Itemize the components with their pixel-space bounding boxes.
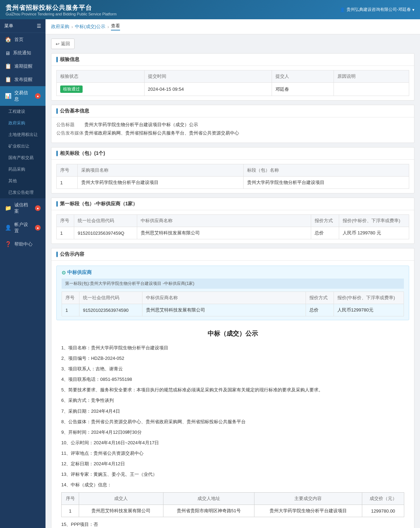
sup-no: 1 <box>57 227 74 239</box>
supplier-title: 第一标段（包）-中标供应商（1家） <box>51 198 414 210</box>
related-section: 相关标段（包）(1个) 序号 采购项目名称 标段（包）名称 1 <box>51 147 414 193</box>
deal-row: 1 贵州思艾特科技发展有限公司 贵州省贵阳市南明区神奇路51号 贵州大学药学院生… <box>62 505 404 517</box>
sidebar-item-publish[interactable]: 📋 发布提醒 <box>0 73 46 86</box>
notice-item-7: 7、采购日期：2024年4月4日 <box>61 407 404 415</box>
notice-item-5: 5、简要技术要求、服务和安全要求：本项目执行的规范或标准必须满足采购文件及国家有… <box>61 386 404 394</box>
sidebar-item-account[interactable]: 👤 帐户设置 ● <box>0 218 46 238</box>
notice-title: 公告示内容 <box>51 248 414 261</box>
trade-icon: 📊 <box>5 93 12 99</box>
announcement-title-value: 贵州大学药学院生物分析平台建设项目中标（成交）公示 <box>84 122 198 128</box>
back-button[interactable]: ↩ 返回 <box>51 39 75 49</box>
dropdown-icon[interactable]: ▾ <box>412 7 414 12</box>
ns-name: 贵州思艾特科技发展有限公司 <box>142 304 306 316</box>
site-subtitle: GuiZhou Province Tendering and Bidding P… <box>6 12 117 16</box>
notice-section: 公告示内容 ⊙ 中标供应商 第一标段(包):贵州大学药学院生物分析平台建设项目 … <box>51 248 414 528</box>
sidebar-sub-mining[interactable]: 矿业权出让 <box>0 140 46 152</box>
ns-col-price: 报价(中标价、下浮率或费率) <box>334 292 404 304</box>
back-icon: ↩ <box>56 41 59 47</box>
basic-info-title: 公告基本信息 <box>51 105 414 117</box>
media-row: 公告发布媒体 贵州省政府采购网、贵州省招标投标公共服务平台、贵州省公共资源交易中… <box>56 130 409 136</box>
verify-col-person: 提交人 <box>272 70 334 83</box>
supplier-col-price-type: 报价方式 <box>311 215 339 227</box>
supplier-table: 序号 统一社会信用代码 中标供应商名称 报价方式 报价(中标价、下浮率或费率) … <box>56 214 409 239</box>
notice-item-2: 2、项目编号：HDZB-2024-052 <box>61 355 404 362</box>
notice-supplier-table: 序号 统一社会信用代码 中标供应商名称 报价方式 报价(中标价、下浮率或费率) … <box>62 292 404 316</box>
notice-item-11: 11、评审地点：贵州省公共资源交易中心 <box>61 450 404 457</box>
sidebar-item-trade[interactable]: 📊 交易信息 ● <box>0 86 46 106</box>
sidebar-sub-medicine[interactable]: 药品采购 <box>0 164 46 175</box>
breadcrumb: 政府采购 › 中标(成交)公示 › 查看 <box>46 19 420 34</box>
user-name: 贵州弘典建设咨询有限公司-邓廷春 <box>346 7 411 13</box>
sidebar-item-credit[interactable]: 📁 诚信档案 ● <box>0 198 46 218</box>
sidebar-menu-header: 菜单 ☰ <box>0 19 46 33</box>
page-content: ↩ 返回 核验信息 核验状态 提交时间 提交人 原因说明 <box>46 34 420 528</box>
announcement-title-label: 公告标题 <box>56 122 84 128</box>
supplier-col-code: 统一社会信用代码 <box>74 215 137 227</box>
sidebar-sub-gov-purchase[interactable]: 政府采购 <box>0 117 46 129</box>
verify-section: 核验信息 核验状态 提交时间 提交人 原因说明 <box>51 53 414 101</box>
notice-item-6: 6、采购方式：竞争性谈判 <box>61 397 404 404</box>
notice-body: ⊙ 中标供应商 第一标段(包):贵州大学药学院生物分析平台建设项目 -中标供应商… <box>51 261 414 528</box>
breadcrumb-sep2: › <box>107 24 109 29</box>
page-header: 贵州省招标投标公共服务平台 GuiZhou Province Tendering… <box>0 0 420 19</box>
sidebar-sub-published[interactable]: 已发公告处理 <box>0 187 46 198</box>
ns-price: 人民币1299780元 <box>334 304 404 316</box>
breadcrumb-win-bid[interactable]: 中标(成交)公示 <box>75 23 105 30</box>
menu-toggle-icon[interactable]: ☰ <box>37 23 41 29</box>
notice-supplier-subtitle: 第一标段(包):贵州大学药学院生物分析平台建设项目 -中标供应商(1家) <box>62 279 404 289</box>
related-body: 序号 采购项目名称 标段（包）名称 1 贵州大学药学院生物分析平台建设项目 贵州… <box>51 160 414 193</box>
deal-no: 1 <box>62 505 79 517</box>
sup-code: 91520102356397459Q <box>74 227 137 239</box>
sidebar-item-overdue[interactable]: 📋 逾期提醒 <box>0 60 46 73</box>
sidebar-item-home[interactable]: 🏠 首页 <box>0 33 46 46</box>
supplier-row: 1 91520102356397459Q 贵州思艾特科技发展有限公司 总价 人民… <box>57 227 409 239</box>
notice-item-13: 13、评标专家：黄婉玉、姜小见、王一（业代） <box>61 471 404 478</box>
sidebar-sub-engineering[interactable]: 工程建设 <box>0 106 46 117</box>
deal-col-content: 主要成交内容 <box>254 493 362 505</box>
sidebar-item-help[interactable]: ❓ 帮助中心 <box>0 238 46 251</box>
supplier-col-price: 报价(中标价、下浮率或费率) <box>339 215 409 227</box>
notice-main-title: 中标（成交）公示 <box>61 329 404 338</box>
deal-col-dealer: 成交人 <box>79 493 163 505</box>
ns-col-name: 中标供应商名称 <box>142 292 306 304</box>
sidebar-trade-label: 交易信息 <box>14 90 32 102</box>
breadcrumb-gov-purchase[interactable]: 政府采购 <box>51 23 69 30</box>
verify-person: 邓廷春 <box>272 83 334 96</box>
ns-price-type: 总价 <box>306 304 334 316</box>
verify-time: 2024-04-15 09:54 <box>144 83 272 96</box>
header-branding: 贵州省招标投标公共服务平台 GuiZhou Province Tendering… <box>6 4 117 16</box>
sidebar-sub-section: 工程建设 政府采购 土地使用权出让 矿业权出让 国有产权交易 药品采购 其他 已… <box>0 106 46 198</box>
sidebar-sub-other[interactable]: 其他 <box>0 175 46 187</box>
notice-item-4: 4、项目联系电话：0851-85755198 <box>61 376 404 383</box>
supplier-col-no: 序号 <box>57 215 74 227</box>
verify-reason <box>334 83 409 96</box>
related-segment: 贵州大学药学院生物分析平台建设项目 <box>243 177 409 189</box>
verify-body: 核验状态 提交时间 提交人 原因说明 核验通过 2024 <box>51 66 414 100</box>
ns-row: 1 915201023563974590 贵州思艾特科技发展有限公司 总价 人民… <box>62 304 404 316</box>
back-label: 返回 <box>61 41 70 47</box>
credit-badge: ● <box>35 205 41 211</box>
user-icon: 👤 <box>340 7 345 12</box>
header-user-area: 👤 贵州弘典建设咨询有限公司-邓廷春 ▾ <box>340 7 414 13</box>
site-title: 贵州省招标投标公共服务平台 <box>6 4 117 12</box>
sidebar-sub-land[interactable]: 土地使用权出让 <box>0 129 46 140</box>
sidebar-credit-label: 诚信档案 <box>14 202 32 214</box>
sup-price-type: 总价 <box>311 227 339 239</box>
verify-title: 核验信息 <box>51 54 414 66</box>
verify-col-status: 核验状态 <box>57 70 145 83</box>
help-icon: ❓ <box>5 241 12 247</box>
menu-label: 菜单 <box>4 23 13 29</box>
ns-no: 1 <box>62 304 79 316</box>
trade-badge: ● <box>35 93 41 99</box>
deal-col-price: 成交价（元） <box>362 493 404 505</box>
sidebar-sub-state-assets[interactable]: 国有产权交易 <box>0 152 46 164</box>
breadcrumb-sep1: › <box>71 24 73 29</box>
sidebar-item-notification[interactable]: 🖥 系统通知 <box>0 46 46 60</box>
sidebar-help-label: 帮助中心 <box>14 241 33 247</box>
ns-code: 915201023563974590 <box>79 304 142 316</box>
account-badge: ● <box>35 225 41 231</box>
deal-content: 贵州大学药学院生物分析平台建设项目 <box>254 505 362 517</box>
sup-price: 人民币 1299780 元 <box>339 227 409 239</box>
related-table: 序号 采购项目名称 标段（包）名称 1 贵州大学药学院生物分析平台建设项目 贵州… <box>56 164 409 189</box>
circle-icon: ⊙ <box>62 270 66 275</box>
